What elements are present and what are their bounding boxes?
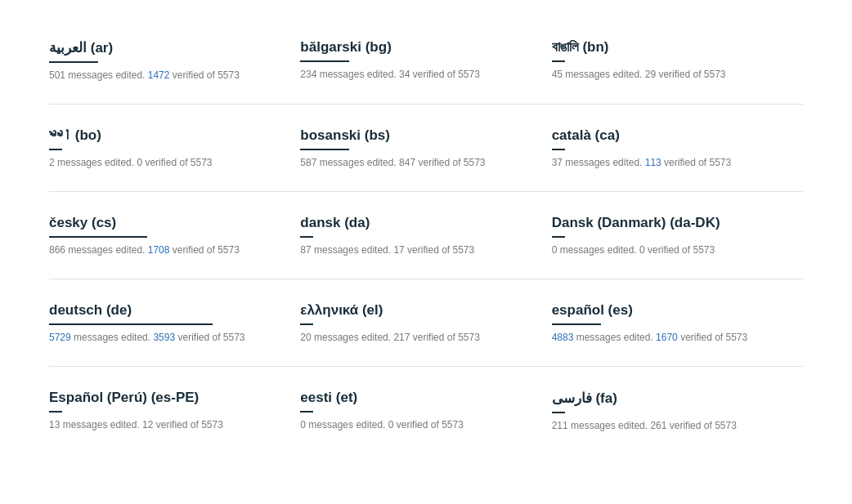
lang-title: bosanski (bs) bbox=[300, 127, 518, 144]
lang-title: deutsch (de) bbox=[49, 302, 267, 319]
lang-title: español (es) bbox=[552, 302, 770, 319]
lang-item-da-DK[interactable]: Dansk (Danmark) (da-DK)0 messages edited… bbox=[552, 192, 803, 279]
lang-stats: 0 messages edited. 0 verified of 5573 bbox=[552, 244, 770, 256]
lang-item-bg[interactable]: bălgarski (bg)234 messages edited. 34 ve… bbox=[300, 16, 551, 104]
lang-item-ar[interactable]: العربية (ar)501 messages edited. 1472 ve… bbox=[49, 16, 300, 104]
lang-item-es[interactable]: español (es)4883 messages edited. 1670 v… bbox=[552, 279, 803, 366]
lang-item-bo[interactable]: ༄༅། (bo)2 messages edited. 0 verified of… bbox=[49, 105, 300, 191]
lang-title: bălgarski (bg) bbox=[300, 39, 518, 56]
lang-item-fa[interactable]: فارسی (fa)211 messages edited. 261 verif… bbox=[552, 367, 803, 454]
lang-item-bn[interactable]: বাঙালি (bn)45 messages edited. 29 verifi… bbox=[552, 16, 803, 104]
lang-underline bbox=[552, 236, 565, 238]
lang-stats: 211 messages edited. 261 verified of 557… bbox=[552, 420, 770, 431]
lang-stats: 0 messages edited. 0 verified of 5573 bbox=[300, 419, 518, 430]
lang-stats: 234 messages edited. 34 verified of 5573 bbox=[300, 69, 518, 80]
lang-stats: 501 messages edited. 1472 verified of 55… bbox=[49, 69, 267, 81]
lang-underline bbox=[300, 236, 313, 238]
lang-stats: 87 messages edited. 17 verified of 5573 bbox=[300, 244, 518, 256]
lang-item-et[interactable]: eesti (et)0 messages edited. 0 verified … bbox=[300, 367, 551, 454]
lang-stats: 45 messages edited. 29 verified of 5573 bbox=[552, 69, 770, 80]
lang-title: فارسی (fa) bbox=[552, 390, 770, 407]
lang-underline bbox=[552, 412, 565, 413]
lang-underline bbox=[49, 411, 62, 413]
lang-item-da[interactable]: dansk (da)87 messages edited. 17 verifie… bbox=[300, 192, 551, 279]
lang-stats: 866 messages edited. 1708 verified of 55… bbox=[49, 244, 267, 256]
lang-item-es-PE[interactable]: Español (Perú) (es-PE)13 messages edited… bbox=[49, 367, 300, 454]
lang-underline bbox=[49, 61, 98, 63]
lang-underline bbox=[552, 60, 565, 62]
lang-underline bbox=[49, 323, 213, 325]
lang-stats: 13 messages edited. 12 verified of 5573 bbox=[49, 419, 267, 430]
lang-title: dansk (da) bbox=[300, 215, 518, 231]
lang-item-el[interactable]: ελληνικά (el)20 messages edited. 217 ver… bbox=[300, 279, 551, 366]
lang-underline bbox=[300, 60, 349, 62]
lang-underline bbox=[300, 411, 313, 413]
lang-stats: 37 messages edited. 113 verified of 5573 bbox=[552, 157, 770, 168]
lang-underline bbox=[49, 236, 147, 238]
lang-underline bbox=[552, 323, 601, 325]
lang-stats: 587 messages edited. 847 verified of 557… bbox=[300, 157, 518, 168]
language-grid: العربية (ar)501 messages edited. 1472 ve… bbox=[49, 16, 803, 454]
lang-item-ca[interactable]: català (ca)37 messages edited. 113 verif… bbox=[552, 105, 803, 191]
lang-stats: 2 messages edited. 0 verified of 5573 bbox=[49, 157, 267, 168]
lang-title: ελληνικά (el) bbox=[300, 302, 518, 319]
lang-title: eesti (et) bbox=[300, 390, 518, 406]
lang-underline bbox=[552, 149, 565, 150]
lang-underline bbox=[300, 323, 313, 325]
lang-stats: 4883 messages edited. 1670 verified of 5… bbox=[552, 332, 770, 343]
lang-underline bbox=[49, 149, 62, 150]
lang-item-de[interactable]: deutsch (de)5729 messages edited. 3593 v… bbox=[49, 279, 300, 366]
lang-item-bs[interactable]: bosanski (bs)587 messages edited. 847 ve… bbox=[300, 105, 551, 191]
lang-title: català (ca) bbox=[552, 127, 770, 144]
lang-title: česky (cs) bbox=[49, 215, 267, 231]
lang-underline bbox=[300, 149, 349, 150]
lang-title: العربية (ar) bbox=[49, 39, 267, 56]
lang-stats: 20 messages edited. 217 verified of 5573 bbox=[300, 332, 518, 343]
lang-title: বাঙালি (bn) bbox=[552, 39, 770, 56]
lang-title: Español (Perú) (es-PE) bbox=[49, 390, 267, 406]
lang-item-cs[interactable]: česky (cs)866 messages edited. 1708 veri… bbox=[49, 192, 300, 279]
lang-stats: 5729 messages edited. 3593 verified of 5… bbox=[49, 332, 267, 343]
lang-title: ༄༅། (bo) bbox=[49, 127, 267, 144]
lang-title: Dansk (Danmark) (da-DK) bbox=[552, 215, 770, 231]
